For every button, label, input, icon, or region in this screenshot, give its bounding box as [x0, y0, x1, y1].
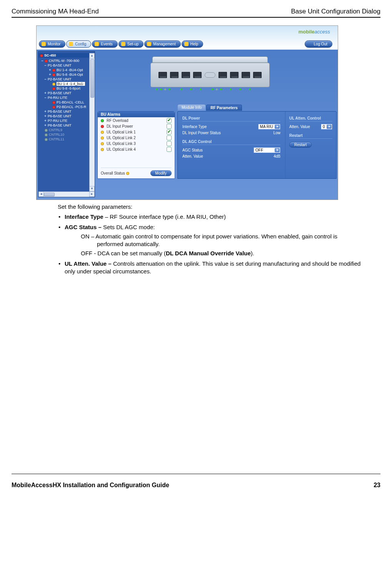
tree-hscroll-thumb[interactable]	[44, 193, 55, 196]
tree-node[interactable]: +P6-BASE UNIT	[38, 114, 95, 118]
bu-alarms-panel: BU Alarms RF OverloadDL Input PowerUL Op…	[97, 111, 175, 179]
tree-hscrollbar[interactable]: ◄ ►	[38, 191, 95, 197]
dl-input-power-label: DL Input Power Status	[182, 131, 221, 135]
alarm-checkbox[interactable]	[167, 130, 172, 135]
tree-root[interactable]: SC-450	[38, 53, 95, 58]
tree-scroll-right[interactable]: ►	[89, 191, 95, 197]
tree-node[interactable]: BU 1-4 -1-4_bu1-	[38, 82, 95, 86]
nav-help[interactable]: Help	[182, 40, 204, 48]
intro-text: Set the following parameters:	[58, 203, 365, 211]
device-leds	[156, 88, 270, 90]
tree-node[interactable]: −P1-BASE UNIT	[38, 63, 95, 68]
tree-node[interactable]: −P2-BASE UNIT	[38, 77, 95, 82]
page-number: 23	[374, 482, 380, 489]
restart-button[interactable]: Restart	[289, 142, 312, 148]
alarm-row: UL Optical Link 4	[98, 146, 175, 152]
alarm-row: UL Optical Link 3	[98, 140, 175, 146]
footer-title: MobileAccessHX Installation and Configur…	[12, 482, 169, 489]
tree-node[interactable]: CNTRL9	[38, 128, 95, 132]
tree-node[interactable]: CNTRL10	[38, 132, 95, 137]
interface-type-select[interactable]: MA RIU	[258, 124, 280, 130]
setup-icon	[121, 42, 125, 46]
bullet-agc-status: AGC Status – Sets DL AGC mode: ON – Auto…	[58, 223, 365, 258]
app-screenshot: mobileaccess Monitor Config Events Set-u…	[36, 25, 338, 200]
nav-management[interactable]: Management	[144, 40, 180, 48]
tree-vscrollbar[interactable]	[89, 58, 95, 191]
header-rule	[12, 17, 380, 18]
agc-status-label: AGC Status	[182, 148, 203, 152]
tree-scroll-up[interactable]: ▲	[89, 53, 95, 58]
alarm-row: UL Optical Link 1	[98, 129, 175, 135]
alarm-checkbox[interactable]	[167, 141, 172, 146]
device-tree[interactable]: SC-450 −CNTRL-M -700-800−P1-BASE UNIT+BU…	[38, 51, 95, 197]
tree-node[interactable]: CNTRL11	[38, 137, 95, 142]
ul-atten-heading: UL Atten. Control	[289, 116, 332, 122]
tree-vscroll-thumb[interactable]	[90, 59, 94, 98]
tree-node[interactable]: +P7-RIU LITE	[38, 118, 95, 123]
device-port	[158, 72, 167, 78]
nav-monitor[interactable]: Monitor	[39, 40, 65, 48]
page-header: Commissioning MA Head-End Base Unit Conf…	[12, 8, 380, 15]
tab-module-info[interactable]: Module Info	[178, 105, 205, 111]
nav-setup[interactable]: Set-up	[118, 40, 143, 48]
tree-node[interactable]: P2-BDACL -PCS-R	[38, 105, 95, 109]
tree-node[interactable]: −P4-RIU LITE	[38, 95, 95, 100]
agc-off-text: OFF - DCA can be set manually (DL DCA Ma…	[81, 250, 365, 257]
tree-node[interactable]: BU 5-8 -5-8port	[38, 86, 95, 91]
events-icon	[95, 42, 99, 46]
management-icon	[147, 42, 151, 46]
rf-parameters-panel: Module Info RF Parameters DL Power Inter…	[177, 111, 337, 179]
device-port	[170, 72, 178, 78]
bullet-ul-atten: UL Atten. Value – Controls attenuation o…	[58, 260, 365, 276]
overall-status: Overall Status	[101, 171, 130, 175]
interface-type-label: Interface Type	[182, 125, 207, 129]
restart-heading: Restart	[289, 133, 332, 139]
overall-status-icon	[126, 172, 129, 175]
tree-scroll-left[interactable]: ◄	[38, 191, 44, 197]
alarm-row: RF Overload	[98, 117, 175, 123]
alarm-checkbox[interactable]	[167, 118, 172, 123]
status-dot-icon	[101, 119, 104, 122]
alarm-label: UL Optical Link 3	[107, 142, 136, 146]
agc-on-text: ON – Automatic gain control to compensat…	[81, 233, 365, 248]
dl-atten-label: Atten. Value	[182, 154, 203, 158]
device-port	[242, 72, 250, 78]
device-port	[230, 72, 239, 78]
tree-scroll-down[interactable]: ▼	[89, 186, 95, 191]
tree-node[interactable]: +BU 5-8 -BU4-Opt	[38, 72, 95, 77]
modify-button[interactable]: Modify	[150, 170, 172, 176]
device-port	[193, 72, 202, 78]
device-graphic	[150, 57, 270, 93]
alarm-checkbox[interactable]	[167, 124, 172, 129]
logout-button[interactable]: Log Out	[305, 40, 332, 48]
alarm-checkbox[interactable]	[167, 135, 172, 140]
main-area: SC-450 −CNTRL-M -700-800−P1-BASE UNIT+BU…	[37, 50, 338, 200]
alarm-label: DL Input Power	[107, 124, 133, 128]
tree-node[interactable]: +BU 1-4 -BU4-Opt	[38, 68, 95, 72]
ul-atten-select[interactable]: 0	[321, 124, 332, 130]
alarm-label: UL Optical Link 1	[107, 130, 136, 134]
alarm-label: UL Optical Link 2	[107, 136, 136, 140]
header-left: Commissioning MA Head-End	[12, 8, 99, 15]
status-dot-icon	[101, 148, 104, 151]
tree-node[interactable]: −CNTRL-M -700-800	[38, 58, 95, 63]
tree-node[interactable]: +P8-BASE UNIT	[38, 123, 95, 128]
status-dot-icon	[101, 131, 104, 134]
main-nav: Monitor Config Events Set-up Management …	[39, 40, 204, 48]
nav-events[interactable]: Events	[92, 40, 118, 48]
tree-node[interactable]: +P5-BASE UNIT	[38, 109, 95, 114]
dl-atten-value: 4dB	[274, 154, 280, 158]
device-center-port	[205, 72, 215, 78]
device-port	[253, 72, 262, 78]
tree-node[interactable]: P1-BDACL -CELL	[38, 100, 95, 105]
agc-status-value: OFF	[254, 147, 280, 153]
footer-rule	[12, 474, 380, 474]
alarm-checkbox[interactable]	[167, 147, 172, 152]
tab-rf-parameters[interactable]: RF Parameters	[206, 105, 242, 111]
monitor-icon	[42, 42, 46, 46]
nav-config[interactable]: Config	[66, 40, 91, 48]
alarm-label: RF Overload	[107, 118, 128, 123]
page-footer: MobileAccessHX Installation and Configur…	[12, 482, 380, 489]
tree-node[interactable]: +P3-BASE UNIT	[38, 91, 95, 95]
header-right: Base Unit Configuration Dialog	[291, 8, 380, 15]
